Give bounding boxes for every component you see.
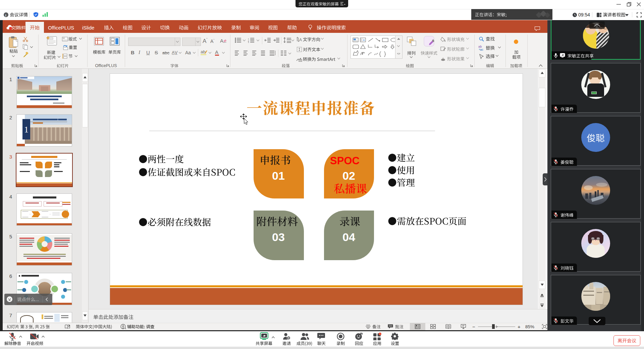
svg-text:A: A [363, 39, 365, 42]
svg-text:A: A [220, 38, 223, 44]
svg-text:3: 3 [248, 41, 249, 43]
svg-text:ab: ab [201, 49, 205, 54]
svg-text:ac: ac [480, 48, 483, 51]
svg-text:A: A [299, 38, 302, 42]
